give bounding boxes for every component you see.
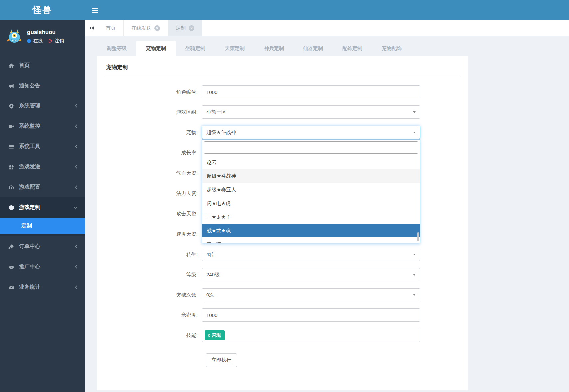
logout-label: 注销 xyxy=(55,38,64,44)
tab-weapon-custom[interactable]: 神兵定制 xyxy=(254,41,293,56)
sidebar-item-system-tools[interactable]: 系统工具 xyxy=(0,136,85,157)
sidebar-subitem-customize[interactable]: 定制 xyxy=(0,218,85,234)
dropdown-option-hovered[interactable]: 战★龙★魂 xyxy=(202,224,420,237)
chevron-down-icon xyxy=(413,254,416,255)
select-value: 超级★斗战神 xyxy=(206,129,236,136)
form-row: 技能: x 闪现 xyxy=(105,329,460,342)
skills-tag-input[interactable]: x 闪现 xyxy=(202,329,420,342)
sidebar-item-notices[interactable]: 通知公告 xyxy=(0,76,85,96)
tab-artifact-custom[interactable]: 仙器定制 xyxy=(293,41,333,56)
logout-button[interactable]: 注销 xyxy=(48,38,64,44)
sidebar-item-label: 系统管理 xyxy=(19,102,40,109)
user-name: guaishuou xyxy=(27,29,64,36)
logout-icon xyxy=(48,38,53,43)
tab-accessory-custom[interactable]: 配饰定制 xyxy=(333,41,372,56)
form-row: 角色编号: xyxy=(105,85,460,98)
close-icon[interactable]: × xyxy=(189,25,194,31)
brush-icon xyxy=(7,244,15,250)
chevron-down-icon xyxy=(73,206,78,209)
page-tab-customize[interactable]: 定制 × xyxy=(168,20,202,36)
form-row: 宠物: 超级★斗战神 赵云 超级★斗战神 xyxy=(105,126,460,139)
chevron-left-icon xyxy=(75,165,78,169)
avatar xyxy=(6,28,23,45)
workspace: 调整等级 宠物定制 坐骑定制 天策定制 神兵定制 仙器定制 配饰定制 宠物配饰 … xyxy=(85,36,569,392)
tab-pet-custom[interactable]: 宠物定制 xyxy=(136,41,176,56)
tabs-back-button[interactable] xyxy=(85,20,98,36)
sidebar-group-game-custom: 游戏定制 定制 xyxy=(0,197,85,236)
pet-dropdown: 赵云 超级★斗战神 超级★赛亚人 闪★电★虎 三★太★子 战★龙★魂 春★琼 xyxy=(202,139,420,243)
tab-adjust-level[interactable]: 调整等级 xyxy=(97,41,136,56)
select-value: 0次 xyxy=(206,292,214,298)
breakthrough-select[interactable]: 0次 xyxy=(202,288,420,301)
sidebar-item-label: 首页 xyxy=(19,62,30,69)
online-status-label: 在线 xyxy=(33,38,43,44)
sidebar-item-home[interactable]: 首页 xyxy=(0,55,85,76)
brand-logo: 怪兽 xyxy=(0,0,85,20)
page-tab-label: 定制 xyxy=(176,25,186,31)
page-tab-label: 首页 xyxy=(106,25,116,31)
field-label: 亲密度: xyxy=(105,312,202,318)
page-tab-online-send[interactable]: 在线发送 × xyxy=(124,20,168,36)
gift-icon xyxy=(7,164,15,170)
gear-icon xyxy=(7,103,15,109)
sidebar-item-promotion-center[interactable]: 推广中心 xyxy=(0,257,85,277)
online-status-icon xyxy=(27,39,31,43)
sidebar-item-system-monitor[interactable]: 系统监控 xyxy=(0,116,85,136)
sidebar-item-label: 推广中心 xyxy=(19,263,40,270)
chevron-down-icon xyxy=(413,111,416,113)
sidebar-item-system-management[interactable]: 系统管理 xyxy=(0,96,85,116)
main-area: 首页 在线发送 × 定制 × 调整等级 宠物定制 坐骑定制 天策定制 神兵定制 … xyxy=(85,0,569,392)
remove-tag-icon[interactable]: x xyxy=(208,333,210,337)
chevron-left-icon xyxy=(75,124,78,128)
sidebar-item-game-custom[interactable]: 游戏定制 xyxy=(0,197,85,218)
tab-tiance-custom[interactable]: 天策定制 xyxy=(215,41,254,56)
page-tab-home[interactable]: 首页 xyxy=(98,20,124,36)
chevron-left-icon xyxy=(75,244,78,249)
execute-button[interactable]: 立即执行 xyxy=(206,353,237,367)
dropdown-option[interactable]: 春★琼 xyxy=(202,237,420,243)
pet-select[interactable]: 超级★斗战神 xyxy=(202,126,420,139)
field-label: 技能: xyxy=(105,332,202,339)
tab-label: 仙器定制 xyxy=(303,45,323,52)
dropdown-option[interactable]: 闪★电★虎 xyxy=(202,196,420,210)
sidebar-item-game-config[interactable]: 游戏配置 xyxy=(0,177,85,197)
sidebar-item-game-send[interactable]: 游戏发送 xyxy=(0,157,85,177)
video-icon xyxy=(7,123,15,129)
field-label: 攻击天资: xyxy=(105,211,202,217)
level-select[interactable]: 240级 xyxy=(202,268,420,281)
tab-label: 天策定制 xyxy=(225,45,245,52)
tab-label: 宠物配饰 xyxy=(382,45,402,52)
tab-mount-custom[interactable]: 坐骑定制 xyxy=(176,41,215,56)
sidebar-item-label: 游戏发送 xyxy=(19,163,40,170)
dropdown-option-selected[interactable]: 超级★斗战神 xyxy=(202,169,420,183)
field-label: 等级: xyxy=(105,272,202,278)
pet-custom-panel: 宠物定制 角色编号: 游戏区组: 小熊一区 xyxy=(97,56,468,390)
chevron-left-icon xyxy=(75,265,78,269)
game-zone-select[interactable]: 小熊一区 xyxy=(202,105,420,119)
dropdown-option[interactable]: 三★太★子 xyxy=(202,210,420,224)
rebirth-select[interactable]: 4转 xyxy=(202,248,420,261)
sidebar-item-label: 订单中心 xyxy=(19,243,40,250)
hamburger-menu-icon[interactable] xyxy=(91,3,104,17)
envelope-icon xyxy=(7,284,15,290)
tab-label: 坐骑定制 xyxy=(185,45,205,52)
field-label: 转生: xyxy=(105,251,202,258)
sidebar-item-label: 游戏配置 xyxy=(19,184,40,191)
dropdown-option[interactable]: 赵云 xyxy=(202,155,420,169)
role-id-input[interactable] xyxy=(202,85,420,98)
content-tabs: 调整等级 宠物定制 坐骑定制 天策定制 神兵定制 仙器定制 配饰定制 宠物配饰 xyxy=(97,41,569,56)
sidebar-item-label: 游戏定制 xyxy=(19,204,40,211)
sidebar-item-business-stats[interactable]: 业务统计 xyxy=(0,277,85,297)
dropdown-search-input[interactable] xyxy=(204,141,418,154)
chevron-left-icon xyxy=(75,144,78,149)
sidebar: 怪兽 guaishuou xyxy=(0,0,85,392)
select-value: 小熊一区 xyxy=(206,109,226,115)
form-row: 等级: 240级 xyxy=(105,268,460,281)
intimacy-input[interactable] xyxy=(202,308,420,322)
dropdown-option[interactable]: 超级★赛亚人 xyxy=(202,183,420,196)
close-icon[interactable]: × xyxy=(154,25,160,31)
dropdown-scrollbar[interactable] xyxy=(417,232,419,241)
sidebar-item-order-center[interactable]: 订单中心 xyxy=(0,236,85,257)
form-row: 亲密度: xyxy=(105,308,460,322)
tab-pet-accessory[interactable]: 宠物配饰 xyxy=(372,41,411,56)
